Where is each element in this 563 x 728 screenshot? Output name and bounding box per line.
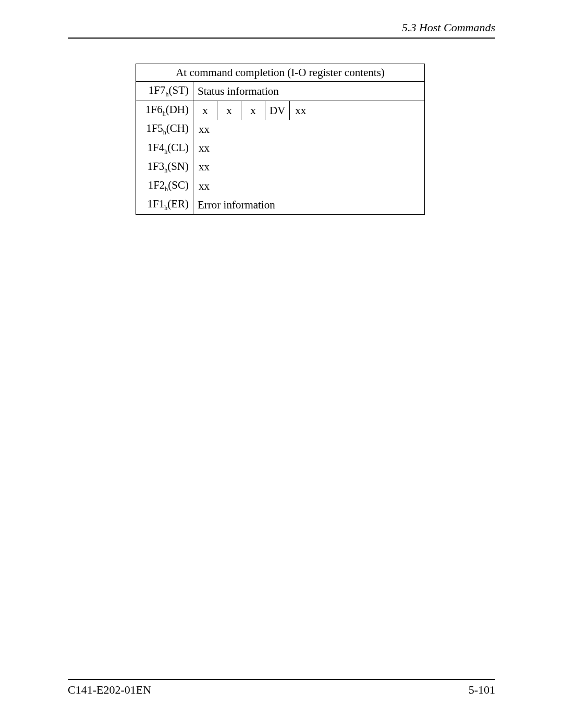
header-rule	[68, 38, 495, 39]
dh-c3: DV	[265, 101, 290, 120]
row-dh: 1F6h(DH) x x x DV xx	[136, 101, 425, 120]
reg-value-sc: xx	[193, 177, 425, 195]
dh-c2: x	[241, 101, 265, 120]
page-footer: C141-E202-01EN 5-101	[68, 679, 495, 697]
reg-label-sc: 1F2h(SC)	[136, 177, 193, 195]
row-ch: 1F5h(CH) xx	[136, 120, 425, 139]
footer-rule	[68, 679, 495, 680]
reg-label-ch: 1F5h(CH)	[136, 120, 193, 139]
doc-number: C141-E202-01EN	[68, 683, 151, 697]
register-table: At command completion (I-O register cont…	[136, 64, 425, 215]
reg-label-er: 1F1h(ER)	[136, 195, 193, 215]
row-cl: 1F4h(CL) xx	[136, 139, 425, 158]
section-title: 5.3 Host Commands	[402, 21, 495, 34]
row-sc: 1F2h(SC) xx	[136, 177, 425, 195]
page-number: 5-101	[469, 683, 495, 697]
reg-value-ch: xx	[193, 120, 425, 139]
row-st: 1F7h(ST) Status information	[136, 82, 425, 101]
dh-c0: x	[193, 101, 217, 120]
table-title-row: At command completion (I-O register cont…	[136, 64, 425, 82]
reg-label-dh: 1F6h(DH)	[136, 101, 193, 120]
row-sn: 1F3h(SN) xx	[136, 158, 425, 177]
reg-label-cl: 1F4h(CL)	[136, 139, 193, 158]
reg-value-sn: xx	[193, 158, 425, 177]
reg-value-er: Error information	[193, 195, 425, 215]
reg-value-st: Status information	[193, 82, 425, 101]
page-header: 5.3 Host Commands	[68, 21, 495, 38]
footer-row: C141-E202-01EN 5-101	[68, 683, 495, 697]
dh-c4: xx	[290, 101, 425, 120]
dh-c1: x	[217, 101, 241, 120]
reg-label-st: 1F7h(ST)	[136, 82, 193, 101]
row-er: 1F1h(ER) Error information	[136, 195, 425, 215]
reg-label-sn: 1F3h(SN)	[136, 158, 193, 177]
table-title: At command completion (I-O register cont…	[136, 64, 425, 82]
reg-value-cl: xx	[193, 139, 425, 158]
page: 5.3 Host Commands At command completion …	[0, 0, 563, 728]
register-table-wrap: At command completion (I-O register cont…	[136, 64, 425, 215]
